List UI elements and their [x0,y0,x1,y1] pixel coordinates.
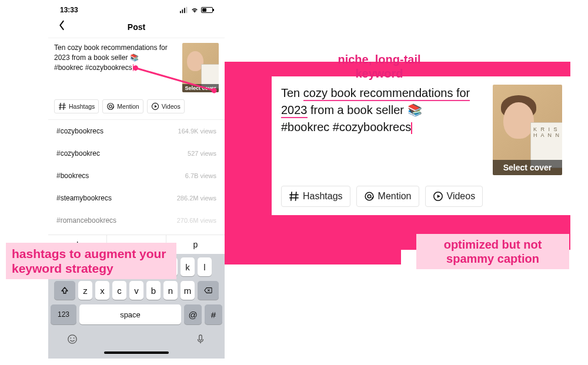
caption-hashtags: #bookrec #cozybookrecs [54,63,132,72]
phone-frame: 13:33 Post Ten cozy book recommendations… [48,0,225,359]
suggestion-row[interactable]: #romancebookrecs270.6M views [48,209,225,232]
signal-icon [180,6,188,14]
big-cover-thumbnail[interactable]: K R I S H A N N Select cover [493,85,562,175]
mention-chip-label: Mention [117,103,139,110]
status-icons [180,6,213,14]
suggestion-views: 286.2M views [177,195,216,202]
mic-icon [195,334,206,344]
battery-icon [201,7,213,13]
key-v[interactable]: v [129,281,143,300]
caption-line2: 2023 from a book seller 📚 [54,53,139,62]
enlarged-compose-panel: Ten cozy book recommendations for 2023 f… [272,76,572,215]
key-shift[interactable] [54,281,75,300]
key-b[interactable]: b [146,281,161,300]
emoji-button[interactable] [67,334,78,347]
header: Post [48,16,225,38]
page-title: Post [128,22,145,32]
videos-chip-label: Videos [162,103,181,110]
play-icon [151,102,159,110]
mention-chip[interactable]: Mention [102,99,143,113]
big-hashtags-chip-label: Hashtags [303,191,343,202]
status-time: 13:33 [60,6,78,14]
suggestion-tag: #romancebookrecs [56,216,116,225]
kb-row3: z x c v b n m [51,281,222,300]
videos-chip[interactable]: Videos [147,99,185,113]
svg-point-4 [108,103,114,110]
status-bar: 13:33 [48,0,225,16]
chip-row: Hashtags Mention Videos [54,99,219,113]
key-backspace[interactable] [198,281,219,300]
svg-rect-1 [182,9,183,13]
callout-niche-keyword: niche, long-tail keyword [315,49,444,84]
big-cover-label: Select cover [493,160,562,175]
thumb-face [503,102,534,139]
compose-area: Ten cozy book recommendations for 2023 f… [48,38,225,119]
suggestion-tag: #steamybookrecs [56,194,112,202]
play-icon [433,191,443,202]
big-mention-chip[interactable]: Mention [356,186,419,207]
key-k[interactable]: k [181,257,195,276]
big-chip-row: Hashtags Mention Videos [281,186,562,207]
big-text-cursor [411,122,412,134]
backspace-icon [204,286,212,294]
big-caption-underlined1: cozy book recommendations for [303,86,470,101]
callout-optimized-caption: optimized but not spammy caption [416,234,569,269]
suggestion-views: 270.6M views [177,217,216,224]
cover-thumbnail[interactable]: Select cover [182,43,219,92]
suggestion-row[interactable]: #cozybookrec527 views [48,142,225,165]
shift-icon [61,286,69,294]
key-x[interactable]: x [95,281,109,300]
key-z[interactable]: z [78,281,92,300]
big-videos-chip[interactable]: Videos [425,186,483,207]
key-at[interactable]: @ [184,304,202,324]
suggestion-views: 527 views [188,150,216,157]
hash-icon [58,102,66,110]
caption-line1: Ten cozy book recommendations for [54,43,168,52]
at-icon [106,102,115,110]
svg-point-5 [109,105,112,108]
hashtags-chip[interactable]: Hashtags [54,99,99,113]
chevron-left-icon [56,20,67,31]
svg-rect-10 [199,335,202,340]
svg-rect-2 [184,8,185,14]
hashtags-chip-label: Hashtags [69,103,95,110]
big-caption-prefix: Ten [281,86,303,99]
back-button[interactable] [56,20,67,33]
svg-point-9 [74,337,75,339]
key-c[interactable]: c [112,281,126,300]
wifi-icon [191,6,199,14]
at-icon [364,191,375,202]
key-space[interactable]: space [79,304,181,324]
caption-input[interactable]: Ten cozy book recommendations for 2023 f… [54,43,178,92]
big-mention-chip-label: Mention [378,191,412,202]
svg-point-8 [70,337,71,339]
big-caption-suffix: from a book seller 📚 [308,103,422,116]
suggestion-tag: #cozybookrecs [56,127,103,135]
big-hashtags-chip[interactable]: Hashtags [281,186,350,207]
big-caption-underlined2: 2023 [281,103,308,118]
svg-point-7 [68,335,76,343]
key-m[interactable]: m [181,281,195,300]
suggestion-row[interactable]: #steamybookrecs286.2M views [48,187,225,209]
svg-rect-3 [186,7,188,14]
suggestion-tag: #bookrecs [56,172,89,180]
key-l[interactable]: l [198,257,212,276]
kb-row4: 123 space @ # [51,304,222,324]
big-caption-hashtags: #bookrec #cozybookrecs [281,120,411,133]
key-hash[interactable]: # [205,304,222,324]
suggestion-row[interactable]: #bookrecs6.7B views [48,165,225,187]
emoji-icon [67,334,78,344]
callout-hashtag-strategy: hashtags to augment your keyword strateg… [6,243,176,279]
suggestion-views: 6.7B views [185,172,216,179]
kb-footer [51,329,222,348]
svg-point-12 [368,195,371,198]
key-n[interactable]: n [163,281,178,300]
svg-point-11 [365,192,373,200]
suggestion-views: 164.9K views [178,128,216,135]
suggestion-tag: #cozybookrec [56,149,100,158]
suggestion-row[interactable]: #cozybookrecs164.9K views [48,120,225,142]
mic-button[interactable] [195,334,206,347]
key-123[interactable]: 123 [51,304,76,324]
home-indicator[interactable] [104,351,169,354]
svg-rect-0 [180,11,181,14]
